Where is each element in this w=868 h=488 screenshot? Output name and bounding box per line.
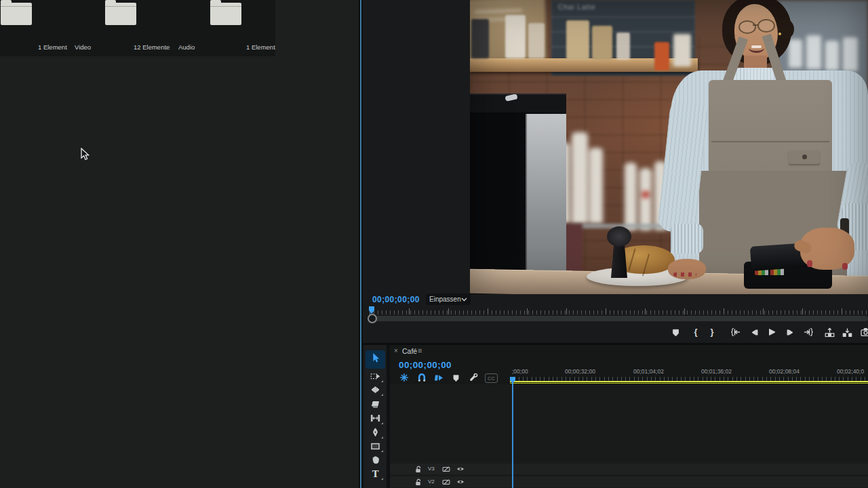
premiere-pro-window: 1 Element Video 12 Elemente Audio 1 Elem… <box>0 0 868 488</box>
go-to-in-button[interactable] <box>730 327 741 338</box>
zoom-level-value: Einpassen <box>429 296 461 303</box>
pen-tool[interactable] <box>366 426 384 439</box>
close-tab-icon[interactable]: × <box>394 347 398 354</box>
lift-button[interactable] <box>824 327 835 338</box>
chevron-down-icon <box>461 298 467 302</box>
type-tool[interactable]: T <box>366 467 384 481</box>
project-panel[interactable]: 1 Element Video 12 Elemente Audio 1 Elem… <box>0 0 359 488</box>
captions-toggle[interactable]: CC <box>485 373 498 383</box>
track-row-v2[interactable]: V2 <box>390 476 868 487</box>
snap-toggle[interactable] <box>417 373 427 382</box>
timeline-timecode[interactable]: 00;00;00;00 <box>399 360 452 370</box>
track-label: V3 <box>428 466 435 472</box>
track-lock-icon[interactable] <box>414 478 422 486</box>
ruler-label: 00;02;08;04 <box>769 368 800 375</box>
track-select-forward-tool[interactable] <box>366 369 384 383</box>
zoom-level-dropdown[interactable]: Einpassen <box>426 293 471 305</box>
folder-icon-audio[interactable] <box>210 3 241 25</box>
panel-menu-icon[interactable]: ≡ <box>418 346 422 354</box>
ruler-label: 00;01;04;02 <box>633 368 664 375</box>
bin-name-audio[interactable]: Audio <box>178 43 195 51</box>
timeline-settings-wrench-icon[interactable] <box>468 373 477 382</box>
add-marker-button[interactable] <box>670 327 681 338</box>
ripple-edit-tool[interactable] <box>366 383 384 396</box>
track-lock-icon[interactable] <box>414 465 422 473</box>
monitor-ruler-major-ticks <box>370 308 868 314</box>
bin-name-video[interactable]: Video <box>75 43 91 51</box>
sync-lock-icon[interactable] <box>442 465 450 473</box>
linked-selection-toggle[interactable] <box>434 373 443 382</box>
razor-tool[interactable] <box>366 397 384 411</box>
monitor-zoom-scrollbar[interactable] <box>372 316 868 321</box>
mark-in-button[interactable]: { <box>690 327 701 338</box>
track-visibility-eye-icon[interactable] <box>456 478 465 486</box>
track-visibility-eye-icon[interactable] <box>456 465 465 473</box>
play-button[interactable] <box>766 327 777 338</box>
ruler-label: 00;00;32;00 <box>565 368 595 375</box>
extract-button[interactable] <box>842 327 852 338</box>
folder-icon-video[interactable] <box>105 3 136 25</box>
hand-tool[interactable] <box>366 453 384 466</box>
scene-vignette <box>470 0 868 294</box>
step-forward-button[interactable] <box>785 327 795 338</box>
nest-sequences-toggle[interactable] <box>399 373 409 382</box>
timeline-playhead-line <box>512 377 513 488</box>
ruler-label: 00;02;40;0 <box>837 368 864 375</box>
bin-count-label: 1 Element <box>38 43 67 51</box>
go-to-out-button[interactable] <box>803 327 814 338</box>
step-back-button[interactable] <box>749 327 760 338</box>
folder-icon[interactable] <box>1 3 32 25</box>
rectangle-tool[interactable] <box>366 439 384 453</box>
monitor-zoom-scrollbar-handle[interactable] <box>368 314 377 323</box>
timeline-add-marker-button[interactable] <box>452 373 461 382</box>
ruler-label: ;00;00 <box>512 368 528 375</box>
slip-tool[interactable] <box>366 411 384 425</box>
sync-lock-icon[interactable] <box>442 478 450 486</box>
program-monitor-video[interactable]: Chai Latte <box>470 0 868 294</box>
mouse-cursor-arrow <box>80 148 90 161</box>
tools-panel: T <box>364 345 387 488</box>
mark-out-button[interactable]: } <box>707 327 717 338</box>
bin-count-label: 1 Element <box>246 43 275 51</box>
track-row-v3[interactable]: V3 <box>390 464 868 474</box>
bin-count-label: 12 Elemente <box>134 43 170 51</box>
program-timecode[interactable]: 00;00;00;00 <box>372 295 420 304</box>
selection-tool[interactable] <box>366 351 384 365</box>
track-label: V2 <box>428 479 435 485</box>
export-frame-button[interactable] <box>860 327 868 338</box>
ruler-label: 00;01;36;02 <box>701 368 732 375</box>
sequence-tab-cafe[interactable]: Café <box>402 347 417 355</box>
